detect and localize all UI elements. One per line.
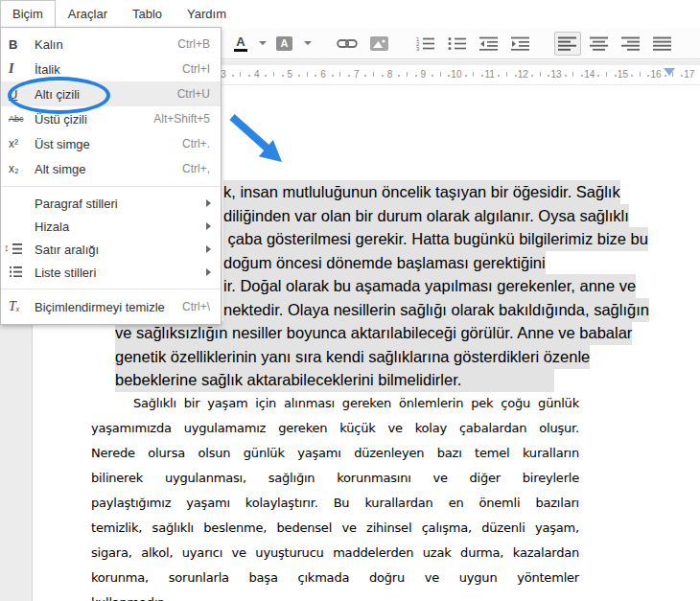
ruler-number: 5 [288,69,293,80]
menu-item-label: İtalik [35,62,182,77]
menu-yardim[interactable]: Yardım [175,0,239,27]
menu-item-shortcut: Ctrl+U [177,87,221,101]
menu-item-strikethrough[interactable]: Abc Üstü çizili Alt+Shift+5 [1,106,221,131]
right-indent-marker[interactable] [664,68,675,76]
menu-item-shortcut: Ctrl+I [182,62,221,76]
menu-item-italic[interactable]: I İtalik Ctrl+I [1,57,221,81]
menu-bar: Biçim Araçlar Tablo Yardım [0,0,700,27]
ruler-number: 8 [387,69,393,80]
ruler-tick [398,75,400,77]
menu-item-line-spacing[interactable]: Satır aralığı [1,238,221,261]
numbered-list-icon: 123 [416,36,435,51]
ruler-tick [473,72,474,77]
ruler-tick [581,75,583,77]
align-center-icon [590,36,609,51]
menu-item-superscript[interactable]: x² Üst simge Ctrl+. [1,131,221,156]
menu-item-label: Kalın [35,37,177,52]
line-spacing-icon [9,243,22,254]
increase-indent-button[interactable] [507,32,534,56]
blue-arrow-annotation [224,109,301,176]
text-line: kullanmadır. [91,590,579,601]
menu-item-label: Alt simge [35,162,182,176]
ruler-tick [481,75,483,77]
menu-item-shortcut: Ctrl+. [182,137,221,150]
ruler-tick [515,75,517,77]
decrease-indent-icon [479,36,499,51]
bulleted-list-button[interactable] [444,32,471,56]
text-color-button[interactable]: A [230,31,251,57]
clear-formatting-icon: Tₓ [9,299,35,314]
ruler-tick [364,75,366,77]
ruler-tick [240,72,241,77]
menu-item-shortcut: Alt+Shift+5 [153,112,221,126]
ruler-tick [315,75,316,77]
chevron-down-icon[interactable] [304,41,312,45]
submenu-arrow-icon [206,268,211,276]
ruler-tick [448,75,450,77]
ruler-number: 9 [420,69,426,80]
menu-item-clear-formatting[interactable]: Tₓ Biçimlendirmeyi temizle Ctrl+\ [1,294,221,319]
menu-item-list-styles[interactable]: Liste stilleri [1,261,221,284]
insert-image-button[interactable] [366,32,392,56]
ruler-tick [465,75,467,77]
menu-item-bold[interactable]: B Kalın Ctrl+B [1,32,221,57]
menu-separator [1,186,221,187]
align-right-button[interactable] [618,32,644,56]
line-spacing-button[interactable] [696,32,700,56]
numbered-list-button[interactable]: 123 [412,32,439,56]
menu-item-shortcut: Ctrl+\ [182,300,221,313]
ruler-number: 7 [354,69,360,80]
menu-tablo[interactable]: Tablo [120,0,175,27]
ruler-tick [631,75,633,77]
text-line: yaşamımızda uygulamamız gereken küçük ve… [91,416,579,441]
ruler-tick [498,75,500,77]
ruler-tick [332,75,334,77]
menu-araclar[interactable]: Araçlar [56,0,120,27]
bold-icon: B [9,37,35,52]
menu-item-label: Üstü çizili [35,112,153,127]
ruler-tick [373,72,374,77]
chevron-down-icon[interactable] [259,41,267,45]
submenu-arrow-icon [206,222,211,230]
menu-item-underline[interactable]: U Altı çizili Ctrl+U [1,81,221,106]
ruler-tick [248,75,250,77]
ruler-tick [640,72,641,77]
highlight-color-button[interactable]: A [272,32,296,56]
ruler-tick [572,72,573,77]
ruler-tick [606,72,607,77]
bulleted-list-icon [448,36,467,51]
ruler-tick [282,75,284,77]
justify-icon [653,36,672,51]
menu-item-label: Paragraf stilleri [35,196,206,211]
justify-button[interactable] [649,32,676,56]
menu-item-shortcut: Ctrl+, [182,162,221,175]
insert-link-button[interactable] [333,33,362,55]
ruler-number: 3 [221,69,226,80]
text-line: Sağlıklı bir yaşam için alınması gereken… [91,391,579,416]
align-right-icon [621,36,641,51]
ruler-tick [407,72,408,77]
superscript-icon: x² [9,137,35,150]
insert-image-icon [370,36,388,51]
text-line: k, insan mutluluğunun öncelik taşıyan bi… [223,180,620,204]
ruler-tick [265,75,267,77]
format-dropdown-menu: B Kalın Ctrl+B I İtalik Ctrl+I U Altı çi… [0,27,222,325]
align-left-button[interactable] [554,32,581,56]
menu-item-subscript[interactable]: x₂ Alt simge Ctrl+, [1,156,221,181]
ruler-tick [615,75,617,77]
ruler-tick [415,75,417,77]
ruler-tick [540,72,541,77]
decrease-indent-button[interactable] [476,32,502,56]
text-line: genetik özelliklerinin yanı sıra kendi s… [115,345,590,369]
menu-item-label: Biçimlendirmeyi temizle [35,300,182,314]
ruler-number: 6 [320,69,326,80]
menu-bicim[interactable]: Biçim [0,0,56,27]
menu-item-align[interactable]: Hizala [1,215,221,238]
align-center-button[interactable] [586,32,613,56]
ruler-tick [597,75,599,77]
menu-item-shortcut: Ctrl+B [177,37,221,51]
ruler-number: 15 [618,69,628,80]
text-line: bebeklerine sağlık aktarabileceklerini b… [115,368,554,392]
menu-item-paragraph-styles[interactable]: Paragraf stilleri [1,192,221,215]
text-color-icon: A [234,35,247,52]
